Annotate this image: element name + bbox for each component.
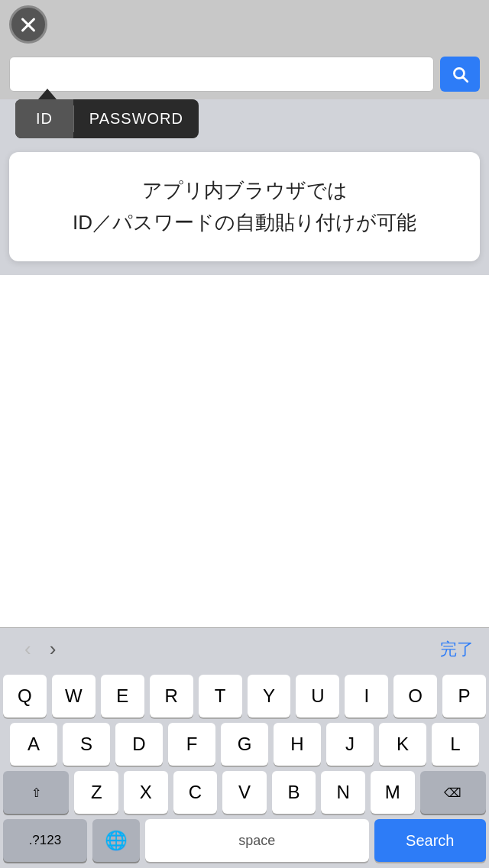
key-j[interactable]: J — [326, 723, 374, 766]
search-bar — [0, 49, 489, 99]
search-icon — [450, 64, 470, 84]
key-h[interactable]: H — [274, 723, 321, 766]
browser-content-area — [0, 275, 489, 627]
key-i[interactable]: I — [345, 675, 388, 717]
id-password-popup: ID PASSWORD — [15, 99, 199, 138]
space-key[interactable]: space — [145, 819, 369, 862]
key-l[interactable]: L — [432, 723, 479, 766]
done-button[interactable]: 完了 — [440, 638, 474, 661]
keyboard-row-4: .?123 🌐 space Search — [0, 819, 489, 868]
main-content: ID PASSWORD アプリ内ブラウザでは ID／パスワードの自動貼り付けが可… — [0, 49, 489, 868]
shift-key[interactable]: ⇧ — [3, 771, 69, 814]
keyboard-row-2: A S D F G H J K L — [0, 723, 489, 766]
key-x[interactable]: X — [124, 771, 168, 814]
globe-key[interactable]: 🌐 — [92, 819, 140, 862]
forward-button[interactable]: › — [40, 631, 66, 667]
key-e[interactable]: E — [101, 675, 144, 717]
key-w[interactable]: W — [52, 675, 96, 717]
info-text-line2: ID／パスワードの自動貼り付けが可能 — [28, 207, 461, 239]
password-button[interactable]: PASSWORD — [74, 99, 199, 138]
url-input-wrap — [9, 57, 434, 92]
key-d[interactable]: D — [115, 723, 163, 766]
key-r[interactable]: R — [150, 675, 193, 717]
key-k[interactable]: K — [379, 723, 426, 766]
tooltip-area: ID PASSWORD — [0, 99, 489, 138]
key-y[interactable]: Y — [248, 675, 291, 717]
top-bar — [0, 0, 489, 49]
key-g[interactable]: G — [221, 723, 268, 766]
key-s[interactable]: S — [63, 723, 110, 766]
keyboard-row-1: Q W E R T Y U I O P — [0, 675, 489, 717]
key-z[interactable]: Z — [74, 771, 118, 814]
key-q[interactable]: Q — [3, 675, 47, 717]
close-button[interactable] — [9, 5, 47, 44]
keyboard-row-3: ⇧ Z X C V B N M ⌫ — [0, 771, 489, 814]
info-text-line1: アプリ内ブラウザでは — [28, 175, 461, 207]
key-f[interactable]: F — [168, 723, 215, 766]
search-button[interactable] — [440, 57, 480, 92]
backspace-key[interactable]: ⌫ — [420, 771, 486, 814]
key-c[interactable]: C — [173, 771, 218, 814]
keyboard-toolbar: ‹ › 完了 — [0, 627, 489, 670]
info-card: アプリ内ブラウザでは ID／パスワードの自動貼り付けが可能 — [9, 152, 480, 261]
key-b[interactable]: B — [272, 771, 316, 814]
key-p[interactable]: P — [442, 675, 486, 717]
id-button[interactable]: ID — [15, 99, 73, 138]
key-m[interactable]: M — [371, 771, 415, 814]
url-input[interactable] — [18, 66, 426, 83]
key-a[interactable]: A — [10, 723, 57, 766]
back-button[interactable]: ‹ — [15, 631, 40, 667]
key-u[interactable]: U — [296, 675, 339, 717]
key-o[interactable]: O — [393, 675, 437, 717]
key-v[interactable]: V — [222, 771, 267, 814]
key-n[interactable]: N — [321, 771, 365, 814]
keyboard: Q W E R T Y U I O P A S D F G H J K L ⇧ … — [0, 670, 489, 868]
search-return-key[interactable]: Search — [374, 819, 486, 862]
key-t[interactable]: T — [199, 675, 242, 717]
numbers-key[interactable]: .?123 — [3, 819, 87, 862]
